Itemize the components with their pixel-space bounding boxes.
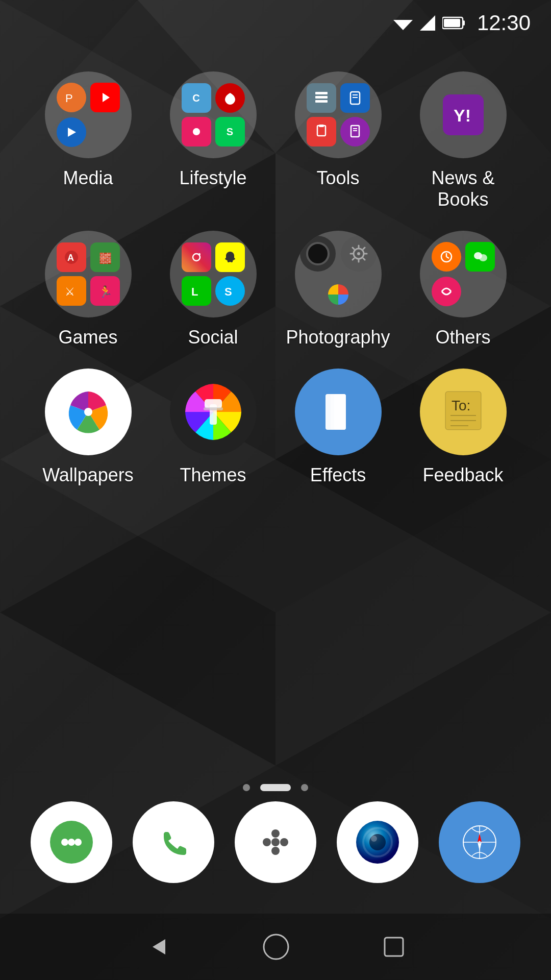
svg-point-85: [264, 935, 288, 959]
app-item-themes[interactable]: Themes: [156, 369, 270, 486]
app-grid: P Media: [20, 71, 531, 486]
photography-label: Photography: [286, 327, 390, 348]
svg-text:Y!: Y!: [454, 106, 471, 125]
svg-rect-86: [385, 938, 403, 956]
svg-point-65: [68, 839, 75, 846]
battery-icon: [442, 16, 465, 30]
app-item-others[interactable]: Others: [406, 231, 520, 348]
svg-marker-84: [153, 939, 165, 954]
app-item-media[interactable]: P Media: [31, 71, 145, 210]
back-button[interactable]: [145, 934, 170, 960]
recents-button[interactable]: [382, 935, 406, 959]
svg-text:🧱: 🧱: [99, 252, 112, 264]
svg-point-72: [271, 829, 280, 838]
svg-point-64: [61, 839, 68, 846]
app-item-wallpapers[interactable]: Wallpapers: [31, 369, 145, 486]
nav-bar: [0, 914, 551, 980]
newsbooks-icon-circle: Y!: [420, 71, 507, 158]
games-icon-circle: A 🧱 ⚔ 🏃: [45, 231, 132, 317]
svg-point-73: [271, 847, 280, 855]
svg-marker-16: [420, 15, 435, 31]
dock: [0, 786, 551, 898]
others-label: Others: [435, 327, 490, 348]
themes-icon-circle: [170, 369, 257, 455]
status-time: 12:30: [477, 11, 531, 35]
svg-point-40: [198, 253, 201, 255]
svg-point-71: [280, 838, 288, 846]
svg-point-50: [84, 408, 92, 416]
svg-rect-24: [315, 96, 328, 99]
svg-marker-15: [393, 20, 413, 30]
svg-rect-23: [315, 92, 328, 94]
status-icons: 12:30: [393, 11, 531, 35]
svg-rect-56: [334, 394, 345, 430]
media-label: Media: [63, 167, 113, 189]
app-item-tools[interactable]: Tools: [281, 71, 395, 210]
app-item-feedback[interactable]: To: Feedback: [406, 369, 520, 486]
effects-icon-circle: [295, 369, 382, 455]
app-item-effects[interactable]: Effects: [281, 369, 395, 486]
svg-text:A: A: [67, 253, 74, 263]
dock-phone[interactable]: [133, 801, 214, 883]
svg-text:🏃: 🏃: [98, 285, 113, 299]
wallpapers-label: Wallpapers: [42, 464, 134, 486]
svg-point-66: [74, 839, 82, 846]
signal-icon: [420, 15, 435, 31]
dock-launcher[interactable]: [235, 801, 316, 883]
app-item-games[interactable]: A 🧱 ⚔ 🏃 Games: [31, 231, 145, 348]
svg-marker-22: [68, 128, 76, 137]
feedback-label: Feedback: [422, 464, 503, 486]
svg-marker-21: [103, 93, 110, 102]
svg-point-44: [357, 252, 360, 255]
social-icon-circle: L S: [170, 231, 257, 317]
svg-point-69: [263, 838, 271, 846]
svg-point-77: [371, 836, 377, 842]
others-icon-circle: [420, 231, 507, 317]
svg-point-67: [152, 821, 195, 864]
status-bar: 12:30: [0, 0, 551, 41]
svg-line-47: [446, 257, 449, 258]
app-item-social[interactable]: L S Social: [156, 231, 270, 348]
app-item-photography[interactable]: Photography: [281, 231, 395, 348]
svg-text:L: L: [191, 285, 198, 298]
tools-label: Tools: [316, 167, 359, 189]
photography-icon-circle: [295, 231, 382, 317]
svg-rect-30: [319, 125, 324, 127]
svg-rect-18: [463, 20, 465, 26]
feedback-icon-circle: To:: [420, 369, 507, 455]
media-icon-circle: P: [45, 71, 132, 158]
social-label: Social: [188, 327, 238, 348]
home-button[interactable]: [262, 933, 290, 961]
main-content: P Media: [0, 41, 551, 486]
dock-browser[interactable]: [439, 801, 520, 883]
wifi-icon: [393, 16, 413, 30]
lifestyle-label: Lifestyle: [179, 167, 246, 189]
app-item-newsbooks[interactable]: Y! News & Books: [406, 71, 520, 210]
svg-text:⚔: ⚔: [65, 285, 75, 298]
wallpapers-icon-circle: [45, 369, 132, 455]
svg-rect-25: [315, 100, 328, 103]
lifestyle-icon-circle: C S: [170, 71, 257, 158]
svg-text:S: S: [224, 285, 232, 298]
svg-rect-53: [204, 407, 223, 410]
newsbooks-label: News & Books: [406, 167, 520, 210]
tools-icon-circle: [295, 71, 382, 158]
svg-rect-52: [205, 399, 222, 408]
games-label: Games: [58, 327, 117, 348]
app-item-lifestyle[interactable]: C S Lifestyle: [156, 71, 270, 210]
svg-text:P: P: [65, 92, 73, 105]
svg-point-49: [479, 254, 487, 261]
effects-label: Effects: [310, 464, 366, 486]
dock-camera[interactable]: [337, 801, 418, 883]
themes-label: Themes: [180, 464, 246, 486]
svg-text:To:: To:: [452, 398, 470, 413]
svg-rect-19: [444, 19, 460, 27]
svg-point-70: [271, 838, 280, 846]
dock-messages[interactable]: [31, 801, 112, 883]
